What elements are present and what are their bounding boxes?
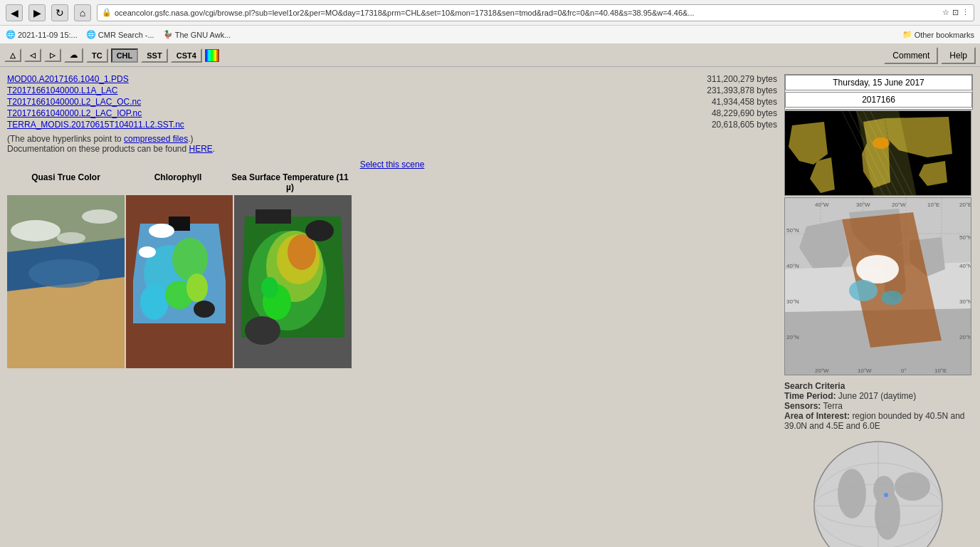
file-size-0: 311,200,279 bytes	[707, 74, 777, 84]
svg-text:30°N: 30°N	[959, 298, 971, 305]
file-link-0[interactable]: MOD00.A2017166.1040_1.PDS	[7, 74, 129, 84]
color-bar[interactable]	[205, 49, 219, 62]
triangle-right-button[interactable]: ▷	[44, 48, 61, 62]
bookmark-item-3[interactable]: 🦆 The GNU Awk...	[163, 30, 231, 39]
search-criteria-heading: Search Criteria	[784, 381, 973, 391]
file-table: MOD00.A2017166.1040_1.PDS 311,200,279 by…	[7, 74, 777, 130]
file-size-3: 48,229,690 bytes	[712, 108, 777, 118]
scene-images	[7, 195, 777, 368]
other-bookmarks-label: Other bookmarks	[915, 31, 974, 39]
cst4-button[interactable]: CST4	[171, 48, 202, 63]
bookmark-item-1[interactable]: 🌐 2021-11-09 15:...	[6, 30, 78, 39]
bookmark-icon-3: 🦆	[163, 30, 173, 39]
main-content: MOD00.A2017166.1040_1.PDS 311,200,279 by…	[0, 67, 980, 547]
back-button[interactable]: ◀	[6, 4, 23, 21]
file-note-line2: Documentation on these products can be f…	[7, 144, 777, 154]
svg-text:20°W: 20°W	[892, 202, 906, 208]
cast-icon[interactable]: ⊡	[952, 8, 959, 17]
svg-point-5	[11, 220, 60, 241]
comment-button[interactable]: Comment	[884, 47, 938, 64]
browser-bar: ◀ ▶ ↻ ⌂ 🔒 oceancolor.gsfc.nasa.gov/cgi/b…	[0, 0, 980, 26]
svg-point-26	[305, 220, 334, 241]
chl-image[interactable]	[126, 195, 233, 368]
help-button[interactable]: Help	[941, 47, 976, 64]
file-row: T20171661040000.L2_LAC_IOP.nc 48,229,690…	[7, 108, 777, 118]
svg-text:50°N: 50°N	[786, 227, 799, 234]
forward-button[interactable]: ▶	[28, 4, 46, 21]
svg-point-17	[149, 224, 174, 238]
select-scene-link[interactable]: Select this scene	[360, 160, 425, 170]
svg-text:40°N: 40°N	[959, 263, 971, 269]
svg-text:40°W: 40°W	[815, 202, 829, 208]
svg-text:0°: 0°	[901, 368, 907, 374]
url-text: oceancolor.gsfc.nasa.gov/cgi/browse.pl?s…	[115, 9, 939, 17]
qtc-image[interactable]	[7, 195, 125, 368]
triangle-up-button[interactable]: △	[4, 48, 21, 62]
svg-text:10°E: 10°E	[934, 368, 947, 374]
svg-point-61	[849, 280, 878, 301]
file-size-1: 231,393,878 bytes	[707, 85, 777, 95]
bookmark-icon-2: 🌐	[86, 30, 96, 39]
date-container: Thursday, 15 June 2017 2017166	[784, 74, 973, 110]
svg-point-86	[884, 493, 888, 497]
menu-icon[interactable]: ⋮	[961, 8, 969, 17]
svg-text:10°W: 10°W	[858, 368, 872, 374]
svg-point-18	[139, 246, 156, 258]
bookmarks-bar: 🌐 2021-11-09 15:... 🌐 CMR Search -... 🦆 …	[0, 26, 980, 44]
tc-button[interactable]: TC	[86, 48, 108, 63]
svg-point-43	[873, 137, 890, 149]
svg-point-60	[856, 255, 899, 283]
bookmarks-folder-icon: 📁	[902, 30, 912, 39]
label-qtc: Quasi True Color	[7, 172, 125, 192]
time-period-row: Time Period: June 2017 (daytime)	[784, 391, 973, 401]
bookmark-label-2: CMR Search -...	[98, 31, 154, 39]
file-size-2: 41,934,458 bytes	[712, 97, 777, 107]
file-row: T20171661040000.L1A_LAC 231,393,878 byte…	[7, 85, 777, 95]
qtc-svg	[7, 195, 125, 368]
region-map: 50°N 40°N 30°N 20°N 20°W 10°W 0° 10°E 40…	[784, 197, 971, 375]
file-size-4: 20,618,605 bytes	[712, 120, 777, 130]
globe-svg	[809, 437, 948, 547]
other-bookmarks[interactable]: 📁 Other bookmarks	[902, 30, 974, 39]
reload-button[interactable]: ↻	[51, 4, 68, 21]
doy-label: 2017166	[785, 92, 972, 108]
globe-container	[809, 437, 948, 547]
svg-text:50°N: 50°N	[959, 234, 971, 241]
sensors-row: Sensors: Terra	[784, 401, 973, 411]
star-icon[interactable]: ☆	[942, 8, 949, 17]
compressed-files-link[interactable]: compressed files	[124, 134, 188, 144]
app-toolbar: △ ◁ ▷ ☁ TC CHL SST CST4 Comment Help	[0, 44, 980, 67]
scene-labels: Quasi True Color Chlorophyll Sea Surface…	[7, 172, 777, 192]
file-link-3[interactable]: T20171661040000.L2_LAC_IOP.nc	[7, 108, 142, 118]
svg-text:20°N: 20°N	[959, 334, 971, 340]
home-button[interactable]: ⌂	[74, 4, 91, 21]
svg-text:30°W: 30°W	[856, 202, 870, 208]
file-row: MOD00.A2017166.1040_1.PDS 311,200,279 by…	[7, 74, 777, 84]
lock-icon: 🔒	[102, 8, 112, 17]
bookmark-label-3: The GNU Awk...	[175, 31, 231, 39]
here-link[interactable]: HERE	[189, 144, 213, 154]
svg-text:20°E: 20°E	[959, 202, 971, 208]
right-panel: Thursday, 15 June 2017 2017166	[784, 74, 973, 547]
bookmark-item-2[interactable]: 🌐 CMR Search -...	[86, 30, 154, 39]
file-link-1[interactable]: T20171661040000.L1A_LAC	[7, 85, 117, 95]
svg-point-14	[186, 274, 208, 302]
bookmark-icon-1: 🌐	[6, 30, 16, 39]
svg-point-6	[82, 209, 117, 224]
triangle-left-button[interactable]: ◁	[24, 48, 41, 62]
address-bar[interactable]: 🔒 oceancolor.gsfc.nasa.gov/cgi/browse.pl…	[97, 4, 974, 21]
svg-point-62	[881, 291, 902, 305]
cloud-button[interactable]: ☁	[64, 48, 83, 63]
file-row: TERRA_MODIS.20170615T104011.L2.SST.nc 20…	[7, 120, 777, 130]
chl-svg	[126, 195, 233, 368]
chl-button[interactable]: CHL	[111, 48, 139, 63]
sst-button[interactable]: SST	[141, 48, 167, 63]
file-link-4[interactable]: TERRA_MODIS.20170615T104011.L2.SST.nc	[7, 120, 184, 130]
svg-point-83	[875, 490, 900, 540]
svg-text:30°N: 30°N	[786, 298, 799, 305]
sensors-value: Terra	[823, 401, 842, 411]
file-link-2[interactable]: T20171661040000.L2_LAC_OC.nc	[7, 97, 141, 107]
svg-text:20°W: 20°W	[815, 368, 829, 374]
sst-image[interactable]	[234, 195, 352, 368]
svg-text:20°N: 20°N	[786, 334, 799, 340]
